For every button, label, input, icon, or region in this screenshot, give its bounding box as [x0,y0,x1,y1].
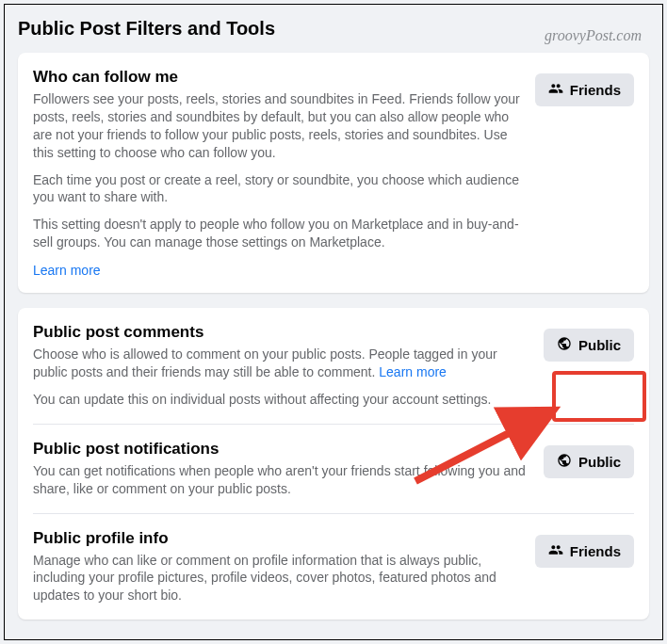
public-profile-info-value-label: Friends [570,543,621,559]
public-profile-info-desc: Manage who can like or comment on profil… [33,552,522,605]
globe-icon [557,453,572,471]
card-public-settings: Public post comments Choose who is allow… [18,308,649,620]
who-can-follow-desc3: This setting doesn't apply to people who… [33,216,522,251]
who-can-follow-title: Who can follow me [33,68,522,87]
public-post-comments-value-button[interactable]: Public [544,329,634,362]
who-can-follow-desc1: Followers see your posts, reels, stories… [33,90,522,162]
friends-icon [548,81,563,99]
who-can-follow-value-button[interactable]: Friends [535,73,634,106]
public-post-notifications-value-label: Public [578,454,621,470]
public-profile-info-title: Public profile info [33,529,522,548]
public-post-comments-value-label: Public [578,337,621,353]
public-post-notifications-value-button[interactable]: Public [544,445,634,478]
who-can-follow-learn-more-link[interactable]: Learn more [33,263,522,278]
public-post-comments-learn-more-link[interactable]: Learn more [379,364,447,379]
row-public-post-comments: Public post comments Choose who is allow… [33,323,634,409]
who-can-follow-value-label: Friends [570,82,621,98]
public-profile-info-value-button[interactable]: Friends [535,535,634,568]
public-post-comments-title: Public post comments [33,323,530,342]
friends-icon [548,542,563,560]
row-public-post-notifications: Public post notifications You can get no… [33,424,634,498]
public-post-comments-desc: Choose who is allowed to comment on your… [33,346,530,381]
card-who-can-follow: Who can follow me Followers see your pos… [18,53,649,293]
row-public-profile-info: Public profile info Manage who can like … [33,513,634,605]
watermark: groovyPost.com [545,27,642,44]
public-post-notifications-desc: You can get notifications when people wh… [33,462,530,498]
who-can-follow-desc2: Each time you post or create a reel, sto… [33,171,522,207]
public-post-notifications-title: Public post notifications [33,440,530,459]
globe-icon [557,336,572,354]
public-post-comments-desc2: You can update this on individual posts … [33,391,530,409]
